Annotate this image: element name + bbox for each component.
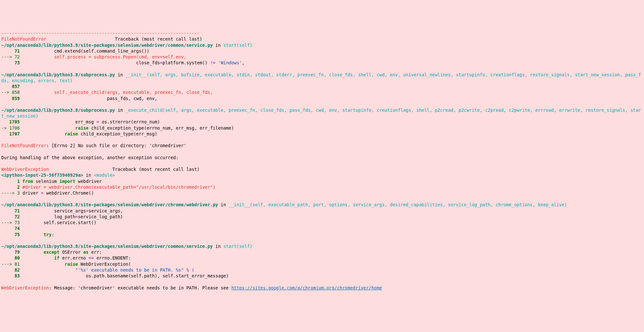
lineno-83: 83 <box>1 273 22 278</box>
chromedriver-link[interactable]: https://sites.google.com/a/chromium.org/… <box>231 285 382 290</box>
arrow-81: ---> 81 <box>1 262 22 267</box>
frame6-path: ~/opt/anaconda3/lib/python3.8/site-packa… <box>1 244 213 249</box>
frame4-path: <ipython-input-25-56f73940929a> <box>1 172 83 178</box>
error-line-1: FileNotFoundError <box>1 143 46 148</box>
frame4-func: <module> <box>94 172 115 178</box>
frame6-func: start(self) <box>223 244 252 249</box>
lineno-71b: 71 <box>1 208 22 213</box>
lineno-73: 73 <box>1 60 22 65</box>
lineno-857: 857 <box>1 84 22 89</box>
frame1-path: ~/opt/anaconda3/lib/python3.8/site-packa… <box>1 43 213 48</box>
tb-header-2: Traceback (most recent call last) <box>112 167 199 172</box>
frame3-path: ~/opt/anaconda3/lib/python3.8/subprocess… <box>1 108 115 113</box>
lineno-80: 80 <box>1 255 22 261</box>
arrow-73b: ---> 73 <box>1 220 22 225</box>
lineno-82: 82 <box>1 267 22 273</box>
arrow-3: ----> 3 <box>1 190 22 196</box>
lineno-74: 74 <box>1 226 22 231</box>
error-line-2: WebDriverException <box>1 285 49 290</box>
error-name-2: WebDriverException <box>1 167 49 172</box>
arrow-1706: -> 1706 <box>1 125 22 131</box>
frame5-func: __init__(self, executable_path, port, op… <box>229 202 567 207</box>
lineno-1707: 1707 <box>1 131 22 136</box>
lineno-71: 71 <box>1 48 22 54</box>
lineno-79: 79 <box>1 249 22 255</box>
during-text: During handling of the above exception, … <box>1 155 179 160</box>
lineno-1705: 1705 <box>1 119 22 124</box>
frame1-func: start(self) <box>223 43 252 48</box>
arrow-72: ---> 72 <box>1 54 22 59</box>
frame2-path: ~/opt/anaconda3/lib/python3.8/subprocess… <box>1 72 115 77</box>
lineno-75: 75 <box>1 232 22 237</box>
frame5-path: ~/opt/anaconda3/lib/python3.8/site-packa… <box>1 202 218 207</box>
error-name-1: FileNotFoundError <box>1 36 46 42</box>
traceback-output: ----------------------------------------… <box>0 24 644 293</box>
lineno-1: 1 <box>1 179 22 184</box>
lineno-72b: 72 <box>1 214 22 219</box>
hr-line: ----------------------------------------… <box>1 31 200 36</box>
lineno-2: 2 <box>1 185 22 190</box>
lineno-859: 859 <box>1 96 22 101</box>
tb-header-1: Traceback (most recent call last) <box>115 36 202 42</box>
arrow-858: --> 858 <box>1 90 22 95</box>
